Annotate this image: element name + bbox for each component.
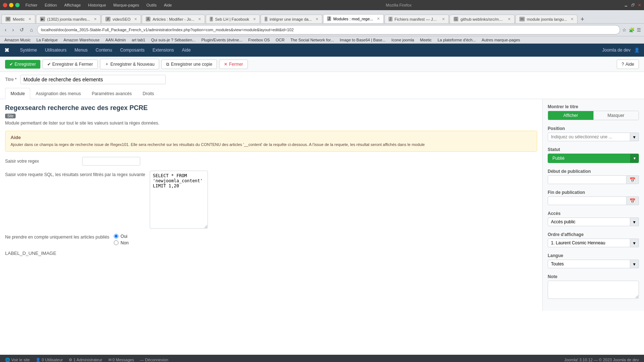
pub-end-input[interactable] <box>548 196 627 205</box>
position-arrow-btn[interactable]: ▾ <box>630 133 639 141</box>
forward-btn[interactable]: › <box>11 26 16 33</box>
bookmark-item[interactable]: OCR <box>274 37 286 42</box>
reload-btn[interactable]: ↺ <box>18 26 26 33</box>
tab-close-btn[interactable]: ✕ <box>134 17 137 21</box>
bookmark-item[interactable]: Icone joomla <box>390 37 415 42</box>
bookmark-item[interactable]: Amazon Warehouse <box>62 37 101 42</box>
note-textarea[interactable] <box>548 281 639 299</box>
home-btn[interactable]: ⌂ <box>28 26 35 33</box>
close-button[interactable]: ✕ Fermer <box>219 60 248 69</box>
content-tab[interactable]: Droits <box>137 88 160 99</box>
browser-tab[interactable]: fSeb LH | Facebook✕ <box>206 15 260 23</box>
browser-menu-item[interactable]: Aide <box>162 3 173 7</box>
save-close-button[interactable]: ✔ Enregistrer & Fermer <box>43 60 98 69</box>
extensions-icon[interactable]: 🧩 <box>629 27 635 33</box>
pub-start-input[interactable] <box>548 175 627 184</box>
bookmark-item[interactable]: La Fabrique <box>35 37 59 42</box>
browser-tab[interactable]: JModules : mod_rege...✕ <box>323 14 383 23</box>
bookmark-item[interactable]: Autres marque-pages <box>480 37 522 42</box>
save-new-button[interactable]: ＋ Enregistrer & Nouveau <box>100 59 159 69</box>
status-bar-item[interactable]: — Déconnexion <box>140 358 168 362</box>
tab-close-btn[interactable]: ✕ <box>442 17 445 21</box>
browser-tab[interactable]: Ggithub weblinks/src/module...✕ <box>450 15 515 23</box>
content-tab[interactable]: Assignation des menus <box>30 88 86 99</box>
langue-select[interactable]: Toutes <box>548 260 630 268</box>
bookmark-item[interactable]: Plugin/Events (évène... <box>200 37 244 42</box>
topnav-item[interactable]: Utilisateurs <box>41 46 70 54</box>
browser-tab[interactable]: iintégrer une image da...✕ <box>261 15 322 23</box>
browser-menu-item[interactable]: Affichage <box>63 3 82 7</box>
tab-close-btn[interactable]: ✕ <box>253 17 256 21</box>
langue-arrow-btn[interactable]: ▾ <box>630 260 639 268</box>
save-button[interactable]: ✔ Enregistrer <box>5 60 40 69</box>
bookmark-item[interactable]: The Social Network for... <box>289 37 335 42</box>
status-bar-item[interactable]: 👤 0 Utilisateur <box>36 358 63 362</box>
pub-end-cal-btn[interactable]: 📅 <box>627 196 639 205</box>
resize-btn[interactable]: 🗗 <box>631 3 635 8</box>
browser-menu-item[interactable]: Outils <box>145 3 158 7</box>
order-select[interactable]: 1. Laurent Cosmic Henneau <box>548 239 630 247</box>
browser-tab[interactable]: ▶(1302) joomla manifes...✕ <box>36 15 101 23</box>
status-bar-item[interactable]: ⚙ 1 Administrateur <box>69 358 102 362</box>
topnav-item[interactable]: Menus <box>71 46 91 54</box>
back-btn[interactable]: ‹ <box>3 26 8 33</box>
bookmark-star-icon[interactable]: ☆ <box>622 27 627 33</box>
save-copy-button[interactable]: ⧉ Enregistrer une copie <box>161 60 217 69</box>
tab-close-btn[interactable]: ✕ <box>315 17 318 21</box>
tab-close-btn[interactable]: ✕ <box>28 17 31 21</box>
bookmark-item[interactable]: Freebox OS <box>247 37 271 42</box>
browser-menu-item[interactable]: Fichier <box>24 3 39 7</box>
bookmark-item[interactable]: Meetic <box>418 37 433 42</box>
browser-tab[interactable]: MMeetic✕ <box>1 15 35 23</box>
topnav-item[interactable]: Aide <box>178 46 194 54</box>
bookmark-item[interactable]: La plateforme d'éch... <box>436 37 477 42</box>
masquer-btn[interactable]: Masquer <box>593 111 639 120</box>
statut-arrow[interactable]: ▾ <box>630 154 639 163</box>
browser-menu-item[interactable]: Marque-pages <box>112 3 141 7</box>
browser-tab[interactable]: AArticles : Modifier - Jo...✕ <box>142 15 205 23</box>
browser-tab[interactable]: JFichiers manifest — Jo...✕ <box>385 15 449 23</box>
regex-input[interactable] <box>82 157 140 166</box>
acces-arrow-btn[interactable]: ▾ <box>630 217 639 226</box>
help-button[interactable]: ? Aide <box>617 60 639 69</box>
tab-close-btn[interactable]: ✕ <box>508 17 511 21</box>
restore-btn[interactable]: 🗕 <box>624 3 628 8</box>
bookmark-item[interactable]: Amazon Music <box>3 37 32 42</box>
order-arrow-btn[interactable]: ▾ <box>630 239 639 247</box>
close-btn[interactable]: ✕ <box>638 3 641 8</box>
tab-close-btn[interactable]: ✕ <box>571 17 573 21</box>
statut-select[interactable]: Publié ▾ <box>548 154 639 163</box>
bookmark-item[interactable]: Image to Base64 | Base... <box>338 37 387 42</box>
tab-close-btn[interactable]: ✕ <box>94 17 97 21</box>
afficher-btn[interactable]: Afficher <box>548 111 593 120</box>
ff-menu-icon[interactable]: ☰ <box>637 27 641 33</box>
radio-oui-input[interactable] <box>114 234 118 239</box>
browser-menu-item[interactable]: Edition <box>43 3 59 7</box>
status-bar-item[interactable]: ✉ 0 Messages <box>108 358 134 362</box>
minimize-window-btn[interactable] <box>9 3 13 7</box>
bookmark-item[interactable]: AAN Admin <box>104 37 127 42</box>
browser-tab[interactable]: mmodule joomla langu...✕ <box>515 15 577 23</box>
topnav-item[interactable]: Composants <box>116 46 148 54</box>
address-input[interactable] <box>37 25 620 34</box>
title-input[interactable] <box>20 75 166 84</box>
radio-oui[interactable]: Oui <box>114 234 129 239</box>
sql-textarea[interactable] <box>150 171 208 229</box>
acces-select[interactable]: Accès public <box>548 217 630 226</box>
browser-tab[interactable]: ✗videoSEO✕ <box>101 15 141 23</box>
topnav-item[interactable]: Contenu <box>92 46 116 54</box>
bookmark-item[interactable]: Qui suis-je ? Sébastien... <box>150 37 197 42</box>
tab-close-btn[interactable]: ✕ <box>377 17 380 21</box>
radio-non[interactable]: Non <box>114 240 129 245</box>
browser-menu-item[interactable]: Historique <box>86 3 108 7</box>
position-input[interactable] <box>548 133 630 141</box>
maximize-window-btn[interactable] <box>15 3 20 7</box>
content-tab[interactable]: Module <box>5 88 30 99</box>
content-tab[interactable]: Paramètres avancés <box>86 88 137 99</box>
radio-non-input[interactable] <box>114 240 118 245</box>
tab-close-btn[interactable]: ✕ <box>198 17 201 21</box>
close-window-btn[interactable] <box>3 3 7 7</box>
status-bar-item[interactable]: 🌐 Voir le site <box>5 358 30 362</box>
pub-start-cal-btn[interactable]: 📅 <box>627 175 639 184</box>
new-tab-btn[interactable]: + <box>578 16 587 23</box>
